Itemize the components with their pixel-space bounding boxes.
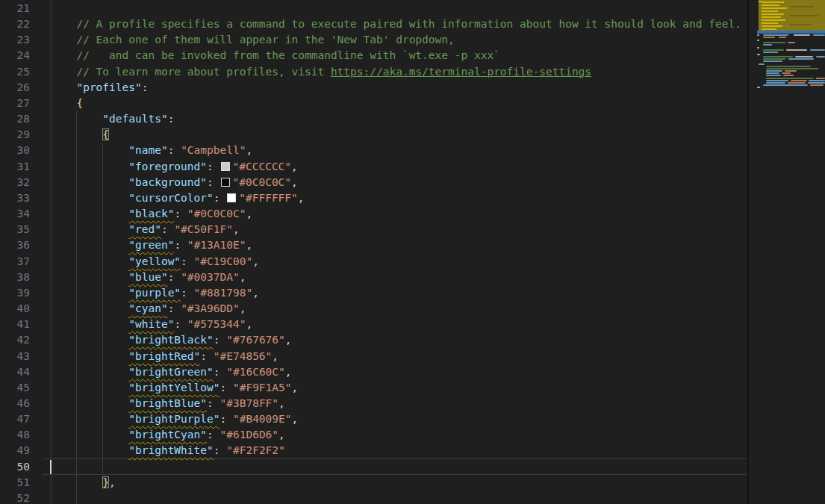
minimap-code-line <box>788 82 806 84</box>
code-line[interactable]: 30 "name": "Campbell", <box>0 143 747 158</box>
code-token: , <box>278 429 285 441</box>
code-token: "background" <box>128 176 207 188</box>
line-number[interactable]: 52 <box>0 491 30 504</box>
color-swatch[interactable] <box>221 178 230 187</box>
minimap-code-stripe <box>762 25 782 27</box>
code-line[interactable]: 29 { <box>0 127 747 143</box>
code-text: "brightBlue": "#3B78FF", <box>51 396 285 411</box>
minimap-code-line <box>782 72 791 74</box>
code-line[interactable]: 23 // Each one of them will appear in th… <box>0 32 747 48</box>
line-number[interactable]: 28 <box>0 111 30 127</box>
line-number[interactable]: 30 <box>0 143 30 158</box>
line-number[interactable]: 36 <box>0 237 30 253</box>
line-number[interactable]: 44 <box>0 364 30 380</box>
line-number[interactable]: 47 <box>0 411 30 427</box>
minimap-code-stripe <box>762 1 784 3</box>
code-line[interactable]: 40 "cyan": "#3A96DD", <box>0 301 747 317</box>
minimap-code-line <box>813 34 825 36</box>
code-line[interactable]: 50 <box>0 459 747 475</box>
line-number[interactable]: 46 <box>0 396 30 411</box>
code-line[interactable]: 31 "foreground": "#CCCCCC", <box>0 159 747 175</box>
code-line[interactable]: 46 "brightBlue": "#3B78FF", <box>0 396 747 411</box>
code-line[interactable]: 44 "brightGreen": "#16C60C", <box>0 364 747 380</box>
code-line[interactable]: 45 "brightYellow": "#F9F1A5", <box>0 380 747 396</box>
line-number[interactable]: 26 <box>0 80 30 96</box>
code-text: "yellow": "#C19C00", <box>51 254 259 270</box>
code-token: : <box>214 444 226 456</box>
line-number[interactable]: 21 <box>0 1 30 16</box>
code-line[interactable]: 35 "red": "#C50F1F", <box>0 222 747 237</box>
line-number[interactable]: 31 <box>0 159 30 175</box>
minimap[interactable] <box>749 0 825 504</box>
code-line[interactable]: 42 "brightBlack": "#767676", <box>0 332 747 348</box>
code-line[interactable]: 28 "defaults": <box>0 111 747 127</box>
code-token: , <box>272 350 278 362</box>
color-swatch[interactable] <box>227 193 236 202</box>
line-number[interactable]: 32 <box>0 175 30 190</box>
line-number[interactable]: 39 <box>0 285 30 301</box>
line-number[interactable]: 41 <box>0 317 30 332</box>
line-number[interactable]: 33 <box>0 190 30 206</box>
minimap-code-line <box>766 78 814 79</box>
code-line[interactable]: 43 "brightRed": "#E74856", <box>0 349 747 364</box>
code-line[interactable]: 24 // and can be invoked from the comman… <box>0 48 747 63</box>
line-number[interactable]: 50 <box>0 459 30 475</box>
comment-link[interactable]: https://aka.ms/terminal-profile-settings <box>331 66 591 78</box>
code-line[interactable]: 27 { <box>0 96 747 111</box>
code-token: : <box>174 318 187 330</box>
line-number[interactable]: 37 <box>0 254 30 270</box>
code-line[interactable]: 32 "background": "#0C0C0C", <box>0 175 747 190</box>
minimap-code-line <box>763 42 785 43</box>
code-token: "brightWhite" <box>128 444 214 456</box>
line-number[interactable]: 25 <box>0 64 30 80</box>
color-swatch[interactable] <box>221 162 230 171</box>
code-line[interactable]: 34 "black": "#0C0C0C", <box>0 206 747 222</box>
code-token: "purple" <box>128 287 181 299</box>
code-line[interactable]: 25 // To learn more about profiles, visi… <box>0 64 747 80</box>
minimap-code-stripe <box>790 6 814 7</box>
code-line[interactable]: 48 "brightCyan": "#61D6D6", <box>0 427 747 443</box>
code-text: // and can be invoked from the commandli… <box>51 48 500 63</box>
line-number[interactable]: 35 <box>0 222 30 237</box>
code-line[interactable]: 41 "white": "#575344", <box>0 317 747 332</box>
line-number[interactable]: 49 <box>0 443 30 458</box>
line-number[interactable]: 29 <box>0 127 30 143</box>
code-token <box>51 97 77 109</box>
line-number[interactable]: 24 <box>0 48 30 63</box>
code-line[interactable]: 39 "purple": "#881798", <box>0 285 747 301</box>
line-number[interactable]: 43 <box>0 349 30 364</box>
code-line[interactable]: 51 }, <box>0 475 747 491</box>
code-token: "#3B78FF" <box>220 397 279 409</box>
code-token: "brightRed" <box>128 350 200 362</box>
minimap-viewport-bar[interactable] <box>757 31 825 34</box>
code-text: "defaults": <box>51 111 175 127</box>
line-number[interactable]: 38 <box>0 270 30 285</box>
code-line[interactable]: 21 <box>0 1 747 16</box>
line-number[interactable]: 40 <box>0 301 30 317</box>
code-area[interactable]: 2122 // A profile specifies a command to… <box>0 0 747 504</box>
line-number[interactable]: 48 <box>0 427 30 443</box>
minimap-code-line <box>810 84 824 86</box>
minimap-code-line <box>786 49 807 51</box>
line-number[interactable]: 45 <box>0 380 30 396</box>
code-line[interactable]: 49 "brightWhite": "#F2F2F2" <box>0 443 747 458</box>
code-line[interactable]: 47 "brightPurple": "#B4009E", <box>0 411 747 427</box>
line-number[interactable]: 22 <box>0 16 30 32</box>
line-number[interactable]: 23 <box>0 32 30 48</box>
code-text: // A profile specifies a command to exec… <box>51 16 741 32</box>
code-token <box>51 444 129 456</box>
code-line[interactable]: 33 "cursorColor": "#FFFFFF", <box>0 190 747 206</box>
code-line[interactable]: 37 "yellow": "#C19C00", <box>0 254 747 270</box>
code-line[interactable]: 36 "green": "#13A10E", <box>0 237 747 253</box>
line-number[interactable]: 34 <box>0 206 30 222</box>
line-number[interactable]: 51 <box>0 475 30 491</box>
code-text: "brightPurple": "#B4009E", <box>51 411 299 427</box>
code-line[interactable]: 38 "blue": "#0037DA", <box>0 270 747 285</box>
line-number[interactable]: 42 <box>0 332 30 348</box>
minimap-code-stripe <box>762 4 779 6</box>
code-line[interactable]: 52 <box>0 491 747 504</box>
code-token: , <box>252 255 259 267</box>
code-line[interactable]: 22 // A profile specifies a command to e… <box>0 16 747 32</box>
line-number[interactable]: 27 <box>0 96 30 111</box>
code-line[interactable]: 26 "profiles": <box>0 80 747 96</box>
